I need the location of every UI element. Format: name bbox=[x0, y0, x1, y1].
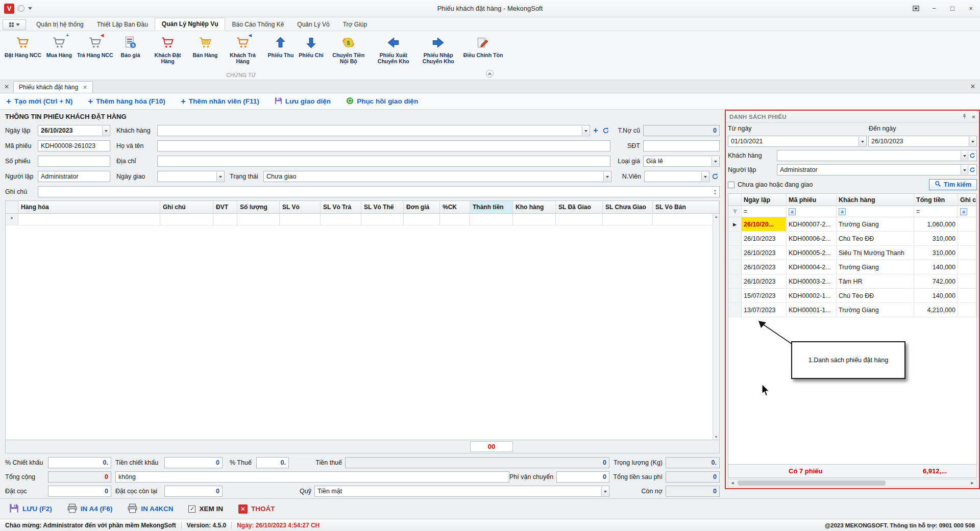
order-row[interactable]: 26/10/2023 KDH00004-2... Trường Giang 14… bbox=[728, 260, 976, 274]
order-list-grid[interactable]: Ngày lập Mã phiếu Khách hàng Tổng tiền G… bbox=[728, 193, 977, 465]
ribbon-tab-thiet-lap-ban-dau[interactable]: Thiết Lập Ban Đầu bbox=[90, 19, 155, 31]
chevron-down-icon[interactable] bbox=[961, 165, 968, 174]
chevron-down-icon[interactable] bbox=[102, 126, 109, 135]
panel-col-ngay-lap[interactable]: Ngày lập bbox=[742, 194, 787, 206]
ghi-chu-field[interactable]: ▲▼ bbox=[38, 186, 720, 197]
filter-ngay-lap[interactable]: = bbox=[742, 206, 787, 217]
fullscreen-icon[interactable] bbox=[906, 0, 925, 17]
phi-van-chuyen-field[interactable]: 0 bbox=[556, 471, 609, 483]
maximize-button[interactable]: □ bbox=[943, 0, 962, 17]
grid-col-hang-hoa[interactable]: Hàng hóa bbox=[18, 201, 160, 213]
khach-hang-field[interactable] bbox=[157, 125, 590, 136]
ribbon-button-bao-gia[interactable]: $ Báo giá bbox=[116, 33, 145, 59]
tien-chiet-khau-field[interactable]: 0 bbox=[164, 457, 223, 468]
panel-col-ma-phieu[interactable]: Mã phiếu bbox=[787, 194, 837, 206]
add-customer-icon[interactable]: + bbox=[591, 125, 600, 136]
order-row[interactable]: 13/07/2023 KDH00001-1... Trường Giang 4,… bbox=[728, 303, 976, 317]
panel-col-ghi-chu[interactable]: Ghi chú bbox=[958, 194, 976, 206]
preview-checkbox[interactable]: ✓ XEM IN bbox=[184, 503, 227, 515]
thue-text-field[interactable]: không bbox=[115, 471, 509, 483]
restore-layout-button[interactable]: Phục hồi giao diện bbox=[346, 97, 418, 106]
new-record-button[interactable]: + Tạo mới (Ctrl + N) bbox=[6, 97, 72, 106]
refresh-icon[interactable] bbox=[601, 125, 610, 136]
dat-coc-con-lai-field[interactable]: 0 bbox=[164, 486, 223, 497]
quy-field[interactable]: Tiền mặt bbox=[314, 486, 609, 497]
quick-access-dropdown-icon[interactable] bbox=[28, 7, 32, 12]
grid-vertical-scrollbar[interactable]: ▲▼ bbox=[713, 214, 719, 440]
sdt-field[interactable] bbox=[643, 140, 720, 151]
document-tab-phieu-khach-dat-hang[interactable]: Phiếu khách đặt hàng ✕ bbox=[13, 81, 93, 93]
add-employee-button[interactable]: + Thêm nhân viên (F11) bbox=[181, 97, 259, 106]
grid-col-sl-vo-ban[interactable]: SL Vỏ Bán bbox=[653, 201, 719, 213]
save-layout-button[interactable]: Lưu giao diện bbox=[275, 97, 331, 106]
close-panel-icon[interactable]: × bbox=[972, 114, 975, 120]
ribbon-button-dieu-chinh-ton[interactable]: Điều Chỉnh Tồn bbox=[461, 33, 506, 59]
panel-khach-hang-field[interactable] bbox=[777, 150, 977, 161]
filter-tong-tien[interactable]: = bbox=[914, 206, 958, 217]
ngay-giao-field[interactable] bbox=[157, 171, 225, 182]
undelivered-checkbox[interactable] bbox=[728, 182, 734, 188]
save-button[interactable]: LƯU (F2) bbox=[5, 501, 56, 517]
filter-ma-phieu[interactable]: a bbox=[787, 206, 837, 217]
grid-col-ghi-chu[interactable]: Ghi chú bbox=[160, 201, 213, 213]
filter-ghi-chu[interactable]: a bbox=[958, 206, 976, 217]
grid-col-sl-da-giao[interactable]: SL Đã Giao bbox=[556, 201, 603, 213]
search-button[interactable]: Tìm kiếm bbox=[929, 179, 977, 190]
so-phieu-field[interactable] bbox=[38, 156, 110, 167]
print-a4kcn-button[interactable]: IN A4KCN bbox=[124, 501, 177, 517]
order-row[interactable]: 26/10/2023 KDH00005-2... Siêu Thị Mường … bbox=[728, 246, 976, 260]
chevron-down-icon[interactable] bbox=[601, 487, 608, 496]
scrollbar-thumb[interactable] bbox=[738, 481, 886, 486]
chevron-down-icon[interactable] bbox=[969, 137, 976, 146]
grid-col-ck[interactable]: %CK bbox=[440, 201, 470, 213]
chevron-down-icon[interactable] bbox=[859, 137, 866, 146]
order-row[interactable]: 15/07/2023 KDH00002-1... Chú Tèo ĐĐ 140,… bbox=[728, 289, 976, 303]
close-all-tabs-icon[interactable]: ✕ bbox=[966, 80, 980, 93]
grid-col-sl-vo-the[interactable]: SL Vỏ Thế bbox=[361, 201, 404, 213]
ribbon-button-phieu-chi[interactable]: Phiếu Chi bbox=[296, 33, 326, 59]
close-document-icon[interactable]: ✕ bbox=[0, 80, 13, 93]
refresh-icon[interactable] bbox=[968, 165, 976, 174]
close-button[interactable]: × bbox=[962, 0, 980, 17]
tu-ngay-field[interactable]: 01/10/2021 bbox=[728, 136, 867, 147]
chevron-down-icon[interactable] bbox=[712, 157, 719, 166]
trang-thai-field[interactable]: Chưa giao bbox=[263, 171, 611, 182]
ribbon-button-dat-hang-ncc[interactable]: Đặt Hàng NCC bbox=[2, 33, 44, 59]
chiet-khau-pct-field[interactable]: 0. bbox=[48, 457, 111, 468]
panel-grid-filter-row[interactable]: = a a = a bbox=[728, 206, 976, 217]
chevron-down-icon[interactable] bbox=[582, 126, 589, 135]
ribbon-tab-quan-tri-he-thong[interactable]: Quản trị hệ thống bbox=[30, 19, 90, 31]
chevron-down-icon[interactable] bbox=[216, 172, 224, 181]
chevron-down-icon[interactable] bbox=[603, 172, 610, 181]
ho-va-ten-field[interactable] bbox=[157, 140, 610, 151]
dia-chi-field[interactable] bbox=[157, 156, 610, 167]
ribbon-button-khach-tra-hang[interactable]: ◄ Khách Trả Hàng bbox=[220, 33, 265, 66]
ribbon-button-phieu-nhap-chuyen-kho[interactable]: Phiếu Nhập Chuyển Kho bbox=[416, 33, 461, 66]
tab-close-icon[interactable]: ✕ bbox=[83, 84, 87, 91]
grid-col-sl-vo-tra[interactable]: SL Vỏ Trả bbox=[321, 201, 361, 213]
grid-col-kho-hang[interactable]: Kho hàng bbox=[513, 201, 556, 213]
scroll-right-icon[interactable]: ▶ bbox=[968, 479, 976, 487]
nguoi-lap-field[interactable]: Administrator bbox=[38, 171, 110, 182]
panel-horizontal-scrollbar[interactable]: ◀ ▶ bbox=[728, 479, 977, 487]
spinner-icons[interactable]: ▲▼ bbox=[714, 189, 717, 195]
ribbon-tab-quan-ly-nghiep-vu[interactable]: Quản Lý Nghiệp Vụ bbox=[155, 18, 226, 31]
scroll-left-icon[interactable]: ◀ bbox=[728, 479, 737, 487]
order-row[interactable]: ▶ 26/10/20... KDH00007-2... Trường Giang… bbox=[728, 217, 976, 232]
ribbon-button-tra-hang-ncc[interactable]: ◄ Trả Hàng NCC bbox=[75, 33, 116, 59]
chevron-down-icon[interactable] bbox=[701, 172, 708, 181]
thue-pct-field[interactable]: 0. bbox=[256, 457, 289, 468]
add-item-button[interactable]: + Thêm hàng hóa (F10) bbox=[88, 97, 165, 106]
ribbon-button-mua-hang[interactable]: + Mua Hàng bbox=[44, 33, 75, 59]
panel-nguoi-lap-field[interactable]: Administrator bbox=[777, 164, 977, 175]
pin-icon[interactable] bbox=[962, 113, 967, 120]
n-vien-field[interactable] bbox=[644, 171, 709, 182]
ribbon-tab-quan-ly-vo[interactable]: Quản Lý Vỏ bbox=[290, 19, 336, 31]
ribbon-tab-tro-giup[interactable]: Trợ Giúp bbox=[336, 19, 374, 31]
app-menu-button[interactable] bbox=[3, 19, 26, 30]
ma-phieu-field[interactable]: KDH00008-261023 bbox=[38, 140, 110, 151]
grid-col-don-gia[interactable]: Đơn giá bbox=[404, 201, 440, 213]
grid-col-sl-vo[interactable]: SL Vỏ bbox=[280, 201, 321, 213]
ribbon-collapse-button[interactable] bbox=[486, 70, 494, 78]
ribbon-tab-bao-cao-thong-ke[interactable]: Báo Cáo Thống Kê bbox=[225, 19, 290, 31]
